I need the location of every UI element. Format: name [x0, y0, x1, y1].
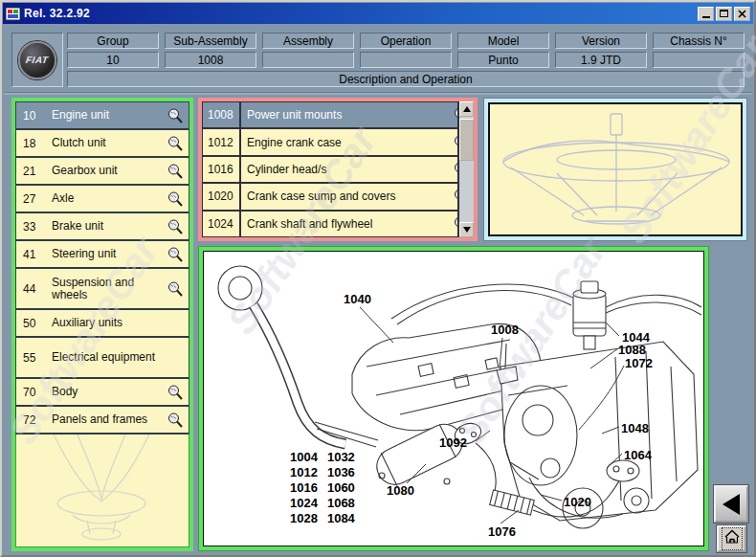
assembly-label: Power unit mounts: [241, 102, 450, 127]
background-sketch: [15, 434, 189, 546]
group-list: 10 Engine unit 18 Clutch unit 21 Gearbox…: [15, 101, 189, 434]
scroll-up-button[interactable]: [459, 101, 474, 117]
ref-number: 1028: [290, 512, 325, 525]
ref-number: 1012: [290, 466, 325, 479]
group-row-auxiliary-units[interactable]: 50 Auxiliary units: [16, 310, 189, 338]
header-value-group: 10: [67, 52, 159, 68]
group-row-axle[interactable]: 27 Axle: [16, 186, 189, 213]
magnifier-icon[interactable]: [167, 135, 184, 152]
group-list-panel: 10 Engine unit 18 Clutch unit 21 Gearbox…: [11, 98, 193, 551]
assembly-label: Engine crank case: [241, 129, 450, 154]
group-row-steering-unit[interactable]: 41 Steering unit: [16, 241, 189, 269]
group-row-gearbox-unit[interactable]: 21 Gearbox unit: [16, 158, 189, 186]
header-value-version: 1.9 JTD: [555, 52, 647, 68]
magnifier-icon[interactable]: [167, 280, 184, 298]
magnifier-icon[interactable]: [167, 107, 184, 124]
ref-number: 1032: [327, 451, 363, 464]
header-value-model: Punto: [457, 52, 549, 68]
fiat-logo: FIAT: [18, 41, 56, 79]
close-button[interactable]: [734, 7, 750, 21]
part-label: 1080: [387, 483, 414, 498]
diagram-canvas: 1040 1008 1044 1088 1072 1048 1064 1092 …: [203, 251, 704, 546]
titlebar: Rel. 32.2.92: [3, 3, 753, 24]
assembly-list-panel: 1008 Power unit mounts 1012 Engine crank…: [198, 98, 478, 241]
group-code: 41: [23, 248, 52, 261]
group-row-engine-unit[interactable]: 10 Engine unit: [16, 102, 189, 130]
header-label-version: Version: [555, 33, 647, 49]
minimize-button[interactable]: [698, 7, 714, 21]
app-window: Rel. 32.2.92 FIAT Group Sub-Assembly Ass…: [0, 0, 756, 557]
preview-image: [488, 102, 743, 236]
group-code: 18: [23, 137, 52, 150]
group-label: Brake unit: [52, 220, 167, 233]
group-code: 50: [23, 317, 52, 330]
group-row-panels-frames[interactable]: 72 Panels and frames: [16, 407, 189, 434]
header-value-operation: [360, 52, 452, 68]
magnifier-icon[interactable]: [167, 246, 184, 263]
app-icon: [6, 7, 20, 21]
group-label: Suspension and wheels: [52, 277, 167, 301]
group-row-brake-unit[interactable]: 33 Brake unit: [16, 213, 189, 241]
magnifier-icon[interactable]: [167, 384, 184, 401]
magnifier-icon[interactable]: [167, 412, 184, 429]
assembly-row-cylinder-heads[interactable]: 1016 Cylinder head/s: [203, 157, 473, 184]
part-label: 1088: [618, 343, 646, 357]
assembly-list: 1008 Power unit mounts 1012 Engine crank…: [202, 101, 474, 237]
aerial-screw-sketch: [490, 104, 743, 234]
header-label-chassis: Chassis N°: [653, 33, 745, 49]
reference-number-table: 10041032 10121036 10161060 10241068 1028…: [288, 449, 365, 527]
close-icon: [738, 10, 746, 18]
home-button[interactable]: [717, 525, 746, 552]
assembly-code: 1016: [203, 157, 241, 182]
ref-number: 1004: [290, 451, 325, 464]
group-code: 72: [23, 413, 52, 427]
group-label: Engine unit: [52, 109, 167, 122]
group-label: Body: [52, 386, 167, 398]
group-label: Gearbox unit: [52, 165, 167, 177]
minimize-icon: [702, 16, 710, 18]
scroll-track[interactable]: [459, 161, 474, 222]
group-row-suspension[interactable]: 44 Suspension and wheels: [16, 269, 189, 310]
scroll-down-button[interactable]: [459, 222, 474, 237]
maximize-button[interactable]: [716, 7, 732, 21]
ref-number: 1024: [290, 497, 325, 510]
home-car-icon: [722, 527, 743, 550]
header-label-model: Model: [457, 33, 549, 49]
group-code: 70: [23, 386, 52, 399]
assembly-row-crank-case-sump[interactable]: 1020 Crank case sump and covers: [203, 184, 473, 211]
assembly-code: 1012: [203, 129, 241, 154]
assembly-label: Crank shaft and flywheel: [241, 212, 450, 236]
part-label: 1072: [625, 356, 653, 370]
back-button[interactable]: [714, 485, 748, 523]
preview-panel: [483, 98, 747, 241]
fiat-logo-text: FIAT: [25, 55, 49, 65]
group-code: 33: [23, 220, 52, 234]
assembly-code: 1024: [203, 212, 241, 236]
assembly-row-crank-shaft[interactable]: 1024 Crank shaft and flywheel: [203, 212, 473, 236]
arrow-up-icon: [463, 106, 471, 112]
group-label: Panels and frames: [52, 413, 167, 426]
ref-number: 1084: [327, 512, 363, 525]
part-label: 1020: [564, 495, 591, 509]
magnifier-icon[interactable]: [167, 218, 184, 235]
header-value-sub-assembly: 1008: [165, 52, 256, 68]
logo-cell: FIAT: [11, 33, 63, 87]
part-label: 1008: [491, 323, 519, 337]
magnifier-icon[interactable]: [167, 190, 184, 208]
diagram-panel: 1040 1008 1044 1088 1072 1048 1064 1092 …: [198, 246, 709, 551]
group-row-clutch-unit[interactable]: 18 Clutch unit: [16, 130, 189, 158]
assembly-scrollbar[interactable]: [457, 101, 474, 237]
assembly-row-engine-crank-case[interactable]: 1012 Engine crank case: [203, 129, 473, 156]
assembly-label: Crank case sump and covers: [241, 184, 450, 209]
part-label: 1076: [488, 524, 516, 539]
group-row-electrical[interactable]: 55 Electrical equipment: [16, 338, 189, 379]
ref-number: 1060: [327, 481, 363, 495]
ref-number: 1016: [290, 481, 325, 495]
magnifier-icon[interactable]: [167, 163, 184, 180]
scroll-thumb[interactable]: [459, 119, 474, 161]
assembly-row-power-unit-mounts[interactable]: 1008 Power unit mounts: [203, 102, 473, 129]
window-title: Rel. 32.2.92: [24, 7, 696, 20]
header-value-chassis: [653, 52, 745, 68]
group-row-body[interactable]: 70 Body: [16, 379, 189, 407]
part-label: 1048: [621, 421, 649, 435]
